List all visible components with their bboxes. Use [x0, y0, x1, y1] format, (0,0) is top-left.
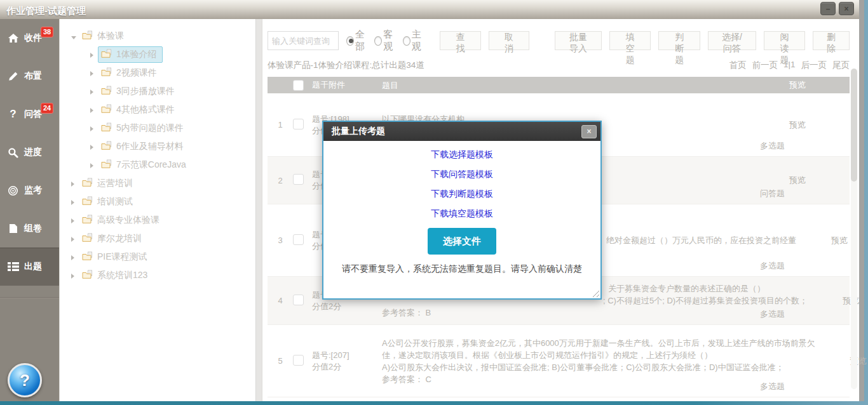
keyword-search-input[interactable] [268, 31, 339, 50]
chevron-right-icon[interactable] [90, 160, 98, 170]
chevron-right-icon[interactable] [90, 68, 98, 78]
row-number: 2 [268, 176, 293, 185]
row-checkbox[interactable] [293, 119, 304, 129]
question-type-label: 问答题 [760, 188, 785, 199]
tree-node-4其他格式课件[interactable]: 4其他格式课件 [60, 100, 262, 119]
chevron-down-icon[interactable] [71, 31, 79, 41]
tree-node-运营培训[interactable]: 运营培训 [60, 174, 262, 192]
question-action-buttons: 批量导入填空题判断题选择/问答阅读题删除 [538, 31, 850, 50]
chevron-right-icon[interactable] [71, 215, 79, 225]
tree-node-高级专业体验课[interactable]: 高级专业体验课 [60, 211, 262, 229]
download-template-link-下载填空题模板[interactable]: 下载填空题模板 [323, 208, 600, 220]
row-number: 1 [268, 120, 293, 129]
radio-dot[interactable] [403, 36, 410, 46]
preview-link[interactable]: 预览 [789, 175, 806, 185]
tree-scrollbar[interactable] [255, 19, 262, 401]
row-checkbox-cell [293, 295, 312, 307]
page-link-首页[interactable]: 首页 [729, 60, 746, 71]
chevron-right-icon[interactable] [90, 142, 98, 152]
tree-node-摩尔龙培训[interactable]: 摩尔龙培训 [60, 229, 262, 248]
page-link-1|1[interactable]: 1|1 [783, 60, 796, 71]
sidebar-item-label: 出题 [24, 261, 42, 272]
home-icon [7, 33, 19, 43]
tree-node-6作业及辅导材料[interactable]: 6作业及辅导材料 [60, 137, 262, 156]
sidebar-divider [0, 297, 59, 298]
action-button-填空题[interactable]: 填空题 [609, 31, 651, 50]
sidebar-item-监考[interactable]: 监考 [0, 171, 59, 209]
row-checkbox[interactable] [293, 295, 304, 305]
radio-客观[interactable]: 客观 [374, 29, 397, 53]
choose-file-button[interactable]: 选择文件 [428, 228, 496, 255]
action-button-选择/问答[interactable]: 选择/问答 [708, 31, 756, 50]
tree-node-1体验介绍[interactable]: 1体验介绍 [60, 45, 262, 63]
main-scrollbar[interactable] [851, 69, 857, 389]
tree-node-label: 系统培训123 [97, 270, 147, 281]
preview-cell: 预览 [754, 175, 850, 186]
tree-node-box: 运营培训 [79, 175, 139, 192]
tree-node-体验课[interactable]: 体验课 [60, 27, 262, 45]
search-icon [7, 147, 19, 158]
chevron-right-icon[interactable] [71, 270, 79, 281]
action-button-判断题[interactable]: 判断题 [658, 31, 700, 50]
modal-close-button[interactable]: × [581, 125, 597, 138]
question-score: 分值2分 [312, 361, 376, 373]
page-link-后一页[interactable]: 后一页 [801, 60, 827, 71]
tree-node-系统培训123[interactable]: 系统培训123 [60, 266, 262, 284]
document-icon [7, 223, 19, 234]
find-button[interactable]: 查找 [440, 31, 481, 50]
sidebar-item-收件[interactable]: 收件38 [0, 19, 59, 57]
question-score: 分值2分 [312, 301, 376, 312]
tree-node-5内带问题的课件[interactable]: 5内带问题的课件 [60, 119, 262, 137]
action-button-删除[interactable]: 删除 [813, 31, 850, 50]
page-link-尾页[interactable]: 尾页 [832, 60, 850, 71]
sidebar-item-布置[interactable]: 布置 [0, 57, 59, 95]
main-scrollbar-thumb[interactable] [851, 69, 857, 182]
chevron-right-icon[interactable] [71, 178, 79, 189]
chevron-right-icon[interactable] [90, 86, 98, 96]
tree-node-2视频课件[interactable]: 2视频课件 [60, 63, 262, 82]
action-button-批量导入[interactable]: 批量导入 [555, 31, 601, 50]
row-checkbox[interactable] [293, 355, 304, 366]
batch-upload-modal: 批量上传考题 × 下载选择题模板下载问答题模板下载判断题模板下载填空题模板 选择… [322, 121, 602, 300]
radio-全部[interactable]: 全部 [346, 29, 369, 53]
row-checkbox[interactable] [293, 234, 304, 245]
tree-node-box: 1体验介绍 [98, 46, 163, 63]
sidebar-item-label: 组卷 [24, 223, 42, 234]
select-all-checkbox[interactable] [293, 80, 304, 91]
chevron-right-icon[interactable] [71, 197, 79, 207]
tree-node-7示范课CoreJava[interactable]: 7示范课CoreJava [60, 156, 262, 174]
cancel-button[interactable]: 取消 [489, 31, 530, 50]
question-line: 绝对金额超过（）万元人民币的，应在投资之前经董 [606, 234, 796, 246]
row-checkbox[interactable] [293, 174, 304, 185]
close-window-button[interactable]: × [839, 2, 854, 15]
question-number: 题号:[207] [312, 350, 376, 361]
radio-dot[interactable] [374, 36, 382, 46]
sidebar-item-组卷[interactable]: 组卷 [0, 209, 59, 248]
download-template-link-下载选择题模板[interactable]: 下载选择题模板 [323, 149, 600, 161]
chevron-right-icon[interactable] [71, 252, 79, 262]
folder-icon [82, 215, 93, 226]
help-button[interactable]: ? [8, 363, 42, 397]
download-template-link-下载判断题模板[interactable]: 下载判断题模板 [323, 189, 600, 200]
radio-主观[interactable]: 主观 [403, 29, 426, 53]
preview-link[interactable]: 预览 [831, 236, 848, 245]
download-template-link-下载问答题模板[interactable]: 下载问答题模板 [323, 169, 600, 180]
modal-resize-handle[interactable] [591, 289, 599, 297]
chevron-right-icon[interactable] [90, 105, 98, 115]
search-toolbar: 全部客观主观 查找 取消 批量导入填空题判断题选择/问答阅读题删除 [268, 30, 850, 51]
tree-node-PIE课程测试[interactable]: PIE课程测试 [60, 248, 262, 266]
radio-dot[interactable] [346, 36, 354, 46]
row-number: 3 [268, 236, 293, 245]
sidebar-item-问答[interactable]: ?问答24 [0, 95, 59, 133]
tree-node-3同步播放课件[interactable]: 3同步播放课件 [60, 82, 262, 100]
chevron-right-icon[interactable] [90, 123, 98, 133]
tree-node-培训测试[interactable]: 培训测试 [60, 192, 262, 211]
chevron-right-icon[interactable] [71, 234, 79, 244]
sidebar-item-出题[interactable]: 出题 [0, 248, 59, 286]
action-button-阅读题[interactable]: 阅读题 [764, 31, 806, 50]
page-link-前一页[interactable]: 前一页 [752, 60, 778, 71]
minimize-button[interactable]: – [820, 2, 836, 15]
chevron-right-icon[interactable] [90, 50, 98, 60]
sidebar-item-进度[interactable]: 进度 [0, 133, 59, 171]
preview-link[interactable]: 预览 [789, 120, 806, 129]
